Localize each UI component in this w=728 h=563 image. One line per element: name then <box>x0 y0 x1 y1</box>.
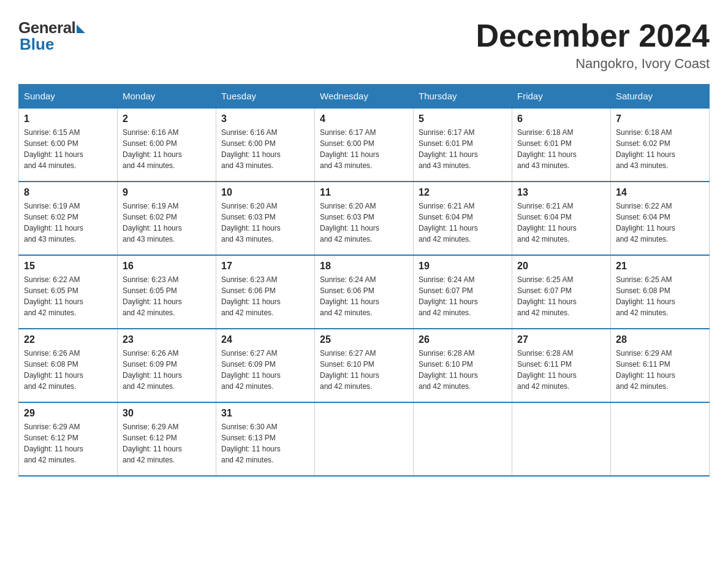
day-number: 27 <box>517 334 605 345</box>
day-number: 5 <box>419 113 507 124</box>
calendar-cell: 27 Sunrise: 6:28 AMSunset: 6:11 PMDaylig… <box>512 329 611 402</box>
day-number: 4 <box>320 113 408 124</box>
calendar-table: SundayMondayTuesdayWednesdayThursdayFrid… <box>18 84 710 477</box>
calendar-cell: 11 Sunrise: 6:20 AMSunset: 6:03 PMDaylig… <box>315 182 414 255</box>
calendar-cell: 30 Sunrise: 6:29 AMSunset: 6:12 PMDaylig… <box>118 402 216 476</box>
day-number: 20 <box>517 261 605 272</box>
day-info: Sunrise: 6:21 AMSunset: 6:04 PMDaylight:… <box>517 202 577 243</box>
calendar-cell: 9 Sunrise: 6:19 AMSunset: 6:02 PMDayligh… <box>118 182 216 255</box>
calendar-week-row: 22 Sunrise: 6:26 AMSunset: 6:08 PMDaylig… <box>19 329 710 402</box>
calendar-cell: 18 Sunrise: 6:24 AMSunset: 6:06 PMDaylig… <box>315 255 414 329</box>
calendar-cell: 28 Sunrise: 6:29 AMSunset: 6:11 PMDaylig… <box>611 329 710 402</box>
day-number: 21 <box>616 261 704 272</box>
day-info: Sunrise: 6:19 AMSunset: 6:02 PMDaylight:… <box>24 202 83 243</box>
calendar-cell: 6 Sunrise: 6:18 AMSunset: 6:01 PMDayligh… <box>512 108 611 182</box>
day-number: 1 <box>24 113 112 124</box>
calendar-cell: 12 Sunrise: 6:21 AMSunset: 6:04 PMDaylig… <box>414 182 512 255</box>
logo: General Blue <box>18 18 85 54</box>
day-info: Sunrise: 6:18 AMSunset: 6:02 PMDaylight:… <box>616 128 675 170</box>
day-number: 28 <box>616 334 704 345</box>
day-number: 12 <box>419 187 507 198</box>
day-info: Sunrise: 6:18 AMSunset: 6:01 PMDaylight:… <box>517 128 577 170</box>
day-info: Sunrise: 6:26 AMSunset: 6:08 PMDaylight:… <box>24 349 83 391</box>
column-header-sunday: Sunday <box>19 85 118 109</box>
day-number: 14 <box>616 187 704 198</box>
calendar-cell: 16 Sunrise: 6:23 AMSunset: 6:05 PMDaylig… <box>118 255 216 329</box>
day-info: Sunrise: 6:27 AMSunset: 6:09 PMDaylight:… <box>221 349 281 391</box>
calendar-cell: 7 Sunrise: 6:18 AMSunset: 6:02 PMDayligh… <box>611 108 710 182</box>
day-info: Sunrise: 6:29 AMSunset: 6:12 PMDaylight:… <box>24 423 83 464</box>
day-info: Sunrise: 6:26 AMSunset: 6:09 PMDaylight:… <box>123 349 182 391</box>
day-number: 22 <box>24 334 112 345</box>
day-number: 31 <box>221 408 309 419</box>
title-section: December 2024 Nangokro, Ivory Coast <box>476 18 710 72</box>
calendar-cell: 1 Sunrise: 6:15 AMSunset: 6:00 PMDayligh… <box>19 108 118 182</box>
logo-arrow-icon <box>77 25 85 33</box>
day-number: 24 <box>221 334 309 345</box>
calendar-week-row: 1 Sunrise: 6:15 AMSunset: 6:00 PMDayligh… <box>19 108 710 182</box>
day-info: Sunrise: 6:15 AMSunset: 6:00 PMDaylight:… <box>24 128 83 170</box>
day-info: Sunrise: 6:22 AMSunset: 6:04 PMDaylight:… <box>616 202 675 243</box>
day-info: Sunrise: 6:23 AMSunset: 6:06 PMDaylight:… <box>221 275 281 317</box>
calendar-cell <box>512 402 611 476</box>
day-info: Sunrise: 6:24 AMSunset: 6:07 PMDaylight:… <box>419 275 478 317</box>
location-subtitle: Nangokro, Ivory Coast <box>476 56 710 72</box>
day-number: 18 <box>320 261 408 272</box>
column-header-wednesday: Wednesday <box>315 85 414 109</box>
calendar-cell: 25 Sunrise: 6:27 AMSunset: 6:10 PMDaylig… <box>315 329 414 402</box>
calendar-cell: 15 Sunrise: 6:22 AMSunset: 6:05 PMDaylig… <box>19 255 118 329</box>
day-info: Sunrise: 6:21 AMSunset: 6:04 PMDaylight:… <box>419 202 478 243</box>
calendar-cell: 31 Sunrise: 6:30 AMSunset: 6:13 PMDaylig… <box>216 402 315 476</box>
day-info: Sunrise: 6:28 AMSunset: 6:10 PMDaylight:… <box>419 349 478 391</box>
day-number: 2 <box>123 113 211 124</box>
day-info: Sunrise: 6:17 AMSunset: 6:00 PMDaylight:… <box>320 128 379 170</box>
page-header: General Blue December 2024 Nangokro, Ivo… <box>18 18 710 72</box>
calendar-header-row: SundayMondayTuesdayWednesdayThursdayFrid… <box>19 85 710 109</box>
day-number: 10 <box>221 187 309 198</box>
day-info: Sunrise: 6:19 AMSunset: 6:02 PMDaylight:… <box>123 202 182 243</box>
day-number: 26 <box>419 334 507 345</box>
column-header-saturday: Saturday <box>611 85 710 109</box>
month-year-title: December 2024 <box>476 18 710 53</box>
day-info: Sunrise: 6:16 AMSunset: 6:00 PMDaylight:… <box>221 128 281 170</box>
day-info: Sunrise: 6:29 AMSunset: 6:12 PMDaylight:… <box>123 423 182 464</box>
day-info: Sunrise: 6:30 AMSunset: 6:13 PMDaylight:… <box>221 423 281 464</box>
day-number: 29 <box>24 408 112 419</box>
column-header-monday: Monday <box>118 85 216 109</box>
calendar-cell: 23 Sunrise: 6:26 AMSunset: 6:09 PMDaylig… <box>118 329 216 402</box>
day-info: Sunrise: 6:17 AMSunset: 6:01 PMDaylight:… <box>419 128 478 170</box>
calendar-cell <box>315 402 414 476</box>
calendar-cell: 3 Sunrise: 6:16 AMSunset: 6:00 PMDayligh… <box>216 108 315 182</box>
day-number: 25 <box>320 334 408 345</box>
calendar-cell: 14 Sunrise: 6:22 AMSunset: 6:04 PMDaylig… <box>611 182 710 255</box>
day-info: Sunrise: 6:27 AMSunset: 6:10 PMDaylight:… <box>320 349 379 391</box>
calendar-cell: 21 Sunrise: 6:25 AMSunset: 6:08 PMDaylig… <box>611 255 710 329</box>
logo-blue-text: Blue <box>20 35 85 54</box>
calendar-week-row: 8 Sunrise: 6:19 AMSunset: 6:02 PMDayligh… <box>19 182 710 255</box>
calendar-cell: 10 Sunrise: 6:20 AMSunset: 6:03 PMDaylig… <box>216 182 315 255</box>
calendar-cell: 2 Sunrise: 6:16 AMSunset: 6:00 PMDayligh… <box>118 108 216 182</box>
day-number: 17 <box>221 261 309 272</box>
calendar-week-row: 29 Sunrise: 6:29 AMSunset: 6:12 PMDaylig… <box>19 402 710 476</box>
day-info: Sunrise: 6:23 AMSunset: 6:05 PMDaylight:… <box>123 275 182 317</box>
calendar-cell: 8 Sunrise: 6:19 AMSunset: 6:02 PMDayligh… <box>19 182 118 255</box>
day-info: Sunrise: 6:16 AMSunset: 6:00 PMDaylight:… <box>123 128 182 170</box>
calendar-cell: 22 Sunrise: 6:26 AMSunset: 6:08 PMDaylig… <box>19 329 118 402</box>
day-info: Sunrise: 6:22 AMSunset: 6:05 PMDaylight:… <box>24 275 83 317</box>
day-number: 16 <box>123 261 211 272</box>
day-number: 7 <box>616 113 704 124</box>
column-header-tuesday: Tuesday <box>216 85 315 109</box>
calendar-cell: 4 Sunrise: 6:17 AMSunset: 6:00 PMDayligh… <box>315 108 414 182</box>
day-info: Sunrise: 6:25 AMSunset: 6:07 PMDaylight:… <box>517 275 577 317</box>
calendar-cell: 17 Sunrise: 6:23 AMSunset: 6:06 PMDaylig… <box>216 255 315 329</box>
day-number: 3 <box>221 113 309 124</box>
calendar-cell: 26 Sunrise: 6:28 AMSunset: 6:10 PMDaylig… <box>414 329 512 402</box>
calendar-cell: 24 Sunrise: 6:27 AMSunset: 6:09 PMDaylig… <box>216 329 315 402</box>
calendar-cell: 5 Sunrise: 6:17 AMSunset: 6:01 PMDayligh… <box>414 108 512 182</box>
calendar-cell: 13 Sunrise: 6:21 AMSunset: 6:04 PMDaylig… <box>512 182 611 255</box>
day-number: 23 <box>123 334 211 345</box>
day-info: Sunrise: 6:24 AMSunset: 6:06 PMDaylight:… <box>320 275 379 317</box>
day-number: 6 <box>517 113 605 124</box>
day-number: 8 <box>24 187 112 198</box>
day-info: Sunrise: 6:29 AMSunset: 6:11 PMDaylight:… <box>616 349 675 391</box>
